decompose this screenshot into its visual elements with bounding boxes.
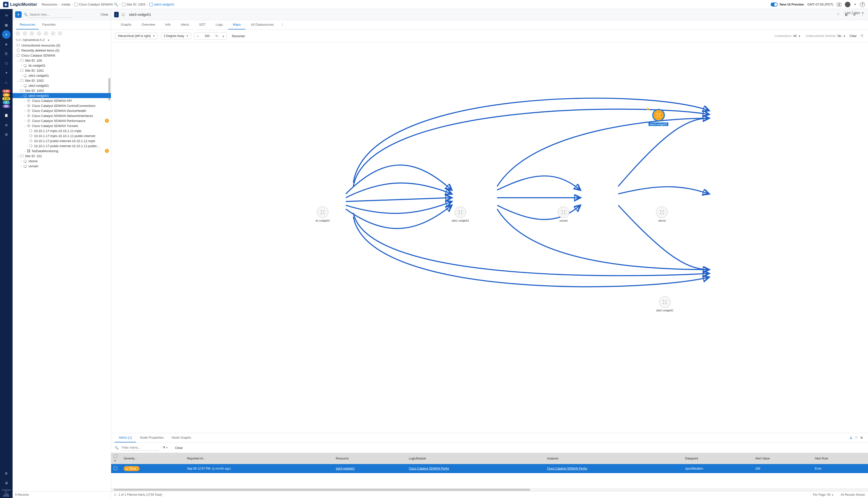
- col-alert-value[interactable]: Alert Value: [752, 453, 812, 464]
- tree-datasource[interactable]: ›MCisco Catalyst SDWAN ControlConnection…: [13, 103, 111, 108]
- tree-site[interactable]: ⌄Site ID: 101: [13, 154, 111, 158]
- tab-node-alerts[interactable]: Alerts (1): [115, 433, 136, 442]
- alert-resource-link[interactable]: site3-vedge01: [336, 467, 355, 470]
- map-node-dc[interactable]: dc-cedge01: [316, 207, 330, 222]
- nav-resources-icon[interactable]: ≡: [2, 30, 11, 39]
- badge-warn[interactable]: 1.1k: [2, 97, 10, 100]
- tree-datasource[interactable]: ›DCisco Catalyst SDWAN API: [13, 98, 111, 103]
- nav-fire-icon[interactable]: ♨: [2, 78, 11, 87]
- scrollbar-thumb[interactable]: [113, 489, 530, 491]
- nav-clipboard-icon[interactable]: 📋: [2, 111, 11, 119]
- col-reported[interactable]: Reported At↓: [185, 453, 333, 464]
- filter-icon[interactable]: ⧩ ▾: [162, 446, 168, 450]
- breadcrumb-group[interactable]: Cisco Catalyst SDWAN 🔍: [75, 2, 118, 6]
- tab-maps[interactable]: Maps: [228, 20, 245, 29]
- tab-overview[interactable]: Overview: [137, 20, 160, 29]
- alert-row[interactable]: Error Sep 08 12:07 PM (a month ago) site…: [111, 464, 868, 473]
- tree-device[interactable]: ›vbond: [13, 158, 111, 163]
- tree-device[interactable]: ›dc-cedge01: [13, 63, 111, 68]
- filter-conf-icon[interactable]: [51, 31, 55, 36]
- tab-resources[interactable]: Resources: [16, 20, 39, 29]
- user-icon[interactable]: [845, 2, 851, 7]
- map-node-site1[interactable]: site1-cedge01: [452, 207, 469, 222]
- map-node-selected[interactable]: site3-vedge01: [649, 109, 668, 126]
- tree-root[interactable]: ⌄Cisco Catalyst SDWAN: [13, 53, 111, 58]
- help-icon[interactable]: ?: [860, 2, 865, 7]
- new-ui-toggle[interactable]: New UI Preview: [771, 2, 804, 6]
- zoom-out-button[interactable]: −: [195, 32, 201, 39]
- badge-other[interactable]: 89: [3, 105, 10, 108]
- tab-info[interactable]: Info: [161, 20, 175, 29]
- zoom-in-button[interactable]: +: [220, 32, 227, 39]
- alerts-clear-button[interactable]: Clear: [175, 446, 183, 450]
- filter-dead-icon[interactable]: [44, 31, 48, 36]
- nav-back-icon[interactable]: ⟲: [2, 11, 11, 19]
- alert-instance-link[interactable]: Cisco Catalyst SDWAN Perfor: [547, 467, 587, 470]
- clear-search-button[interactable]: Clear: [101, 13, 108, 16]
- breadcrumb-melab[interactable]: melab: [61, 2, 70, 6]
- favorite-icon[interactable]: ♡: [836, 12, 841, 17]
- alerts-filter-input[interactable]: [121, 445, 159, 451]
- undiscovered-filter[interactable]: Undiscovered Vertices:No ▼: [805, 34, 845, 38]
- tree-device-selected[interactable]: ⌄site3-vedge01: [13, 93, 111, 98]
- time-range-selector[interactable]: Last 2 days▼: [845, 11, 864, 15]
- tree-nodata[interactable]: ›NoDataMonitoring: [13, 148, 111, 154]
- tree-device[interactable]: ›vsmart: [13, 163, 111, 169]
- tab-favorites[interactable]: Favorites: [39, 20, 59, 29]
- nav-plugin-icon[interactable]: ⊞: [2, 130, 11, 139]
- connections-filter[interactable]: Connections:All ▼: [773, 34, 801, 38]
- tree-site[interactable]: ⌄Site ID: 1001: [13, 68, 111, 73]
- map-node-site2[interactable]: site2-cedge01: [656, 296, 673, 312]
- badge-error[interactable]: 29: [3, 93, 10, 96]
- col-resource[interactable]: Resource: [333, 453, 406, 464]
- breadcrumb-resources[interactable]: Resources: [42, 2, 57, 6]
- filter-sdt-icon[interactable]: [37, 31, 41, 36]
- map-node-vsmart[interactable]: vsmart: [558, 207, 569, 222]
- tree-site[interactable]: ⌄Site ID: 1003: [13, 88, 111, 93]
- nav-cube-icon[interactable]: ⬡: [2, 59, 11, 67]
- tab-node-properties[interactable]: Node Properties: [136, 433, 168, 442]
- nav-dashboard-icon[interactable]: ▦: [2, 21, 11, 29]
- add-button[interactable]: +: [15, 11, 22, 18]
- filter-error-icon[interactable]: [23, 31, 27, 36]
- back-button[interactable]: ‹: [114, 12, 119, 17]
- tree-datasource[interactable]: ⌄MCisco Catalyst SDWAN Tunnels: [13, 123, 111, 128]
- tab-more-icon[interactable]: ⋮: [279, 20, 286, 29]
- horizontal-scrollbar[interactable]: [111, 488, 868, 491]
- caret-down-icon[interactable]: ⌄: [13, 54, 16, 57]
- tree-deleted[interactable]: Recently deleted items (0): [13, 48, 111, 53]
- tab-node-graphs[interactable]: Node Graphs: [168, 433, 195, 442]
- tree-instance[interactable]: 10.10.1.17:mpls-10.10.1.11:mpls: [13, 128, 111, 133]
- search-icon[interactable]: 🔍: [114, 2, 118, 6]
- col-datapoint[interactable]: Datapoint: [683, 453, 752, 464]
- tree-unmonitored[interactable]: Unmonitored resources (0): [13, 43, 111, 48]
- collapse-up-icon[interactable]: ⇈: [855, 436, 858, 440]
- badge-critical[interactable]: 1.6k: [2, 90, 10, 93]
- tree-datasource[interactable]: ›MCisco Catalyst SDWAN NetworkInterfaces: [13, 113, 111, 118]
- tree-datasource[interactable]: ›DCisco Catalyst SDWAN DeviceHealth: [13, 108, 111, 113]
- nav-layers-icon[interactable]: ◈: [2, 40, 11, 48]
- tab-logs[interactable]: Logs: [211, 20, 227, 29]
- tree-site[interactable]: ⌄Site ID: 1002: [13, 78, 111, 83]
- tree-instance[interactable]: 10.10.1.17:public-internet-10.10.1.11:mp…: [13, 138, 111, 143]
- nav-topology-icon[interactable]: ✦: [2, 68, 11, 77]
- degree-select[interactable]: 2-Degree Away▼: [161, 33, 191, 39]
- tree-sort[interactable]: Sort: Alphabetical A-Z ▼: [13, 37, 111, 43]
- breadcrumb-device[interactable]: site3-vedge01: [149, 2, 174, 6]
- tree-datasource[interactable]: ›DCisco Catalyst SDWAN Performance: [13, 118, 111, 123]
- nav-list-icon[interactable]: ☰: [2, 49, 11, 58]
- filter-critical-icon[interactable]: [16, 31, 20, 36]
- collapse-down-icon[interactable]: ⇊: [850, 436, 852, 440]
- layout-select[interactable]: Hierarchical (left to right)▼: [115, 33, 158, 39]
- open-external-icon[interactable]: ⇱: [861, 34, 864, 38]
- tree-device[interactable]: ›site2-cedge01: [13, 83, 111, 88]
- breadcrumb-site[interactable]: Site ID: 1003: [122, 2, 145, 6]
- notification-badge[interactable]: 2: [837, 3, 841, 6]
- nav-monitor-icon[interactable]: 🖥: [2, 479, 11, 487]
- row-checkbox[interactable]: [113, 467, 117, 470]
- alert-lm-link[interactable]: Cisco Catalyst SDWAN Perfor: [409, 467, 449, 470]
- col-alert-rule[interactable]: Alert Rule: [812, 453, 868, 464]
- close-icon[interactable]: ✕: [860, 436, 863, 440]
- per-page-select[interactable]: Per Page: 50 ▼: [813, 493, 833, 497]
- tab-all-datasources[interactable]: All Datasources: [246, 20, 278, 29]
